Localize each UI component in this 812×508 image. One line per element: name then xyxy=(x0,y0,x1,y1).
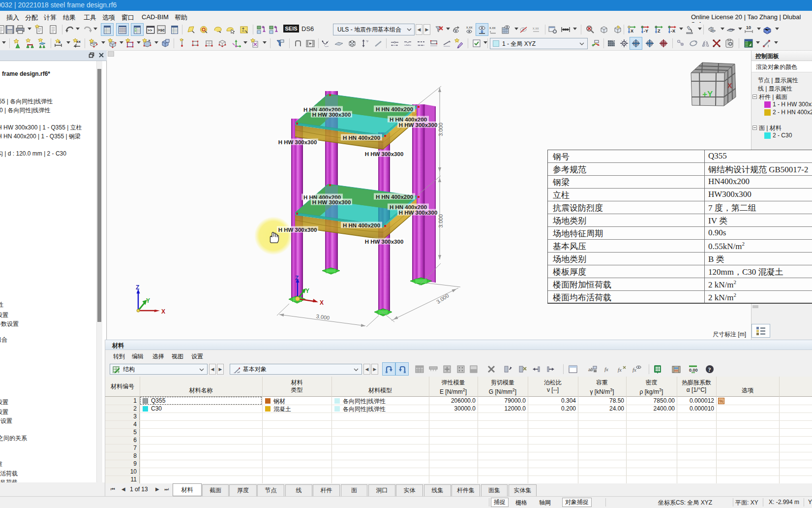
svg-text:H HW 300x300: H HW 300x300 xyxy=(312,112,351,118)
svg-text:H HW 300x300: H HW 300x300 xyxy=(365,239,404,245)
svg-text:H HN 400x200: H HN 400x200 xyxy=(376,106,413,112)
svg-text:x.xx: x.xx xyxy=(533,27,539,30)
svg-text:H HW 300x300: H HW 300x300 xyxy=(278,227,317,233)
svg-text:?: ? xyxy=(708,366,711,373)
svg-text:Y: Y xyxy=(305,287,309,294)
svg-text:3.000: 3.000 xyxy=(438,214,444,228)
svg-text:fx: fx xyxy=(604,366,608,372)
svg-text:fx: fx xyxy=(618,367,622,373)
svg-text:X: X xyxy=(727,82,732,90)
svg-text:H HW 300x300: H HW 300x300 xyxy=(399,122,438,128)
svg-text:x.xx: x.xx xyxy=(466,26,473,29)
svg-text:H HN 400x200: H HN 400x200 xyxy=(343,222,380,228)
svg-text:H HN 400x200: H HN 400x200 xyxy=(343,135,380,141)
svg-text:>sc: >sc xyxy=(158,28,165,32)
svg-text:H HW 300x300: H HW 300x300 xyxy=(365,151,404,157)
svg-text:X: X xyxy=(320,299,324,306)
svg-text:-Y: -Y xyxy=(644,29,648,33)
svg-text:尺寸标注 [m]: 尺寸标注 [m] xyxy=(713,331,746,338)
svg-text:Y: Y xyxy=(146,297,150,304)
svg-text:X: X xyxy=(161,308,165,315)
svg-text:X: X xyxy=(631,29,633,33)
svg-text:H HW 300x300: H HW 300x300 xyxy=(278,139,317,145)
svg-text:H HN 400x200: H HN 400x200 xyxy=(376,194,413,200)
svg-text:H HW 300x300: H HW 300x300 xyxy=(399,210,438,216)
svg-text:H HW 300x300: H HW 300x300 xyxy=(312,199,351,205)
svg-text:I: I xyxy=(768,44,769,48)
svg-text:>>: >> xyxy=(148,28,152,32)
svg-text:fx: fx xyxy=(632,367,636,373)
svg-text:+Y: +Y xyxy=(702,90,713,99)
svg-text:Z: Z xyxy=(136,284,139,291)
svg-text:Z: Z xyxy=(658,29,661,33)
svg-text:x.xx: x.xx xyxy=(489,26,496,30)
svg-text:0.00: 0.00 xyxy=(689,368,698,373)
svg-text:ab: ab xyxy=(588,367,593,372)
svg-text:10: 10 xyxy=(746,25,751,30)
svg-text:Z: Z xyxy=(295,275,299,282)
svg-text:3.000: 3.000 xyxy=(435,292,450,305)
svg-text:-X: -X xyxy=(671,29,675,33)
